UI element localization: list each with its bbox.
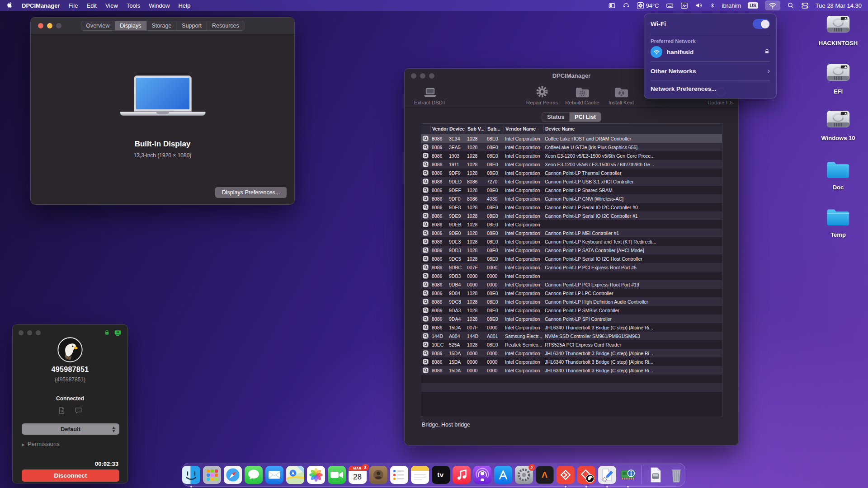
pci-table-row[interactable]: 80863E34102808E0Intel CorporationCoffee … [421,134,722,143]
row-inspect-button[interactable] [421,213,430,219]
row-inspect-button[interactable] [421,273,430,279]
dock-safari-icon[interactable] [224,466,242,484]
pci-table-row[interactable]: 80869DA3102808E0Intel CorporationCannon … [421,306,722,314]
row-inspect-button[interactable] [421,178,430,184]
dock-dpcimanager-icon[interactable] [619,466,637,484]
row-inspect-button[interactable] [421,324,430,330]
dock-kext-utility-icon[interactable] [598,466,616,484]
dock-trash-icon[interactable] [667,466,685,484]
row-inspect-button[interactable] [421,136,430,141]
row-inspect-button[interactable] [421,350,430,356]
pci-table-row[interactable]: 80869DEB102808E0Intel Corporation [421,220,722,229]
dock-facetime-icon[interactable] [328,466,346,484]
pci-table-row[interactable]: 808615DA007F0000Intel CorporationJHL6340… [421,323,722,332]
desktop-icon-temp[interactable]: Temp [811,207,865,238]
tab-overview[interactable]: Overview [81,21,115,30]
view-tab-status[interactable]: Status [542,113,570,122]
pci-table-row[interactable]: 80869DF9102808E0Intel CorporationCannon … [421,169,722,177]
spotlight-icon[interactable] [787,2,794,9]
column-header[interactable]: Vendor Name [504,126,543,132]
keyboard-icon[interactable] [666,2,674,9]
displays-preferences-button[interactable]: Displays Preferences... [215,187,287,198]
desktop-icon-windows-10[interactable]: Windows 10 [811,110,865,141]
row-inspect-button[interactable] [421,196,430,202]
pci-table-row[interactable]: 80869DC8102808E0Intel CorporationCannon … [421,297,722,306]
menu-view[interactable]: View [105,2,118,9]
toolbar-install-button[interactable]: Install Kext [604,82,639,105]
dock-tv-icon[interactable]: tv [432,466,450,484]
wifi-toggle[interactable] [753,19,770,29]
menu-edit[interactable]: Edit [86,2,96,9]
pci-table-row[interactable]: 80869DB400000000Intel CorporationCannon … [421,280,722,289]
column-header[interactable]: Sub... [486,126,504,132]
pci-table-row[interactable]: 80869D84102808E0Intel CorporationCannon … [421,289,722,297]
close-button[interactable] [19,330,24,335]
dock-opencore-configurator-icon[interactable]: Λ [536,466,554,484]
pci-table-row[interactable]: 808615DA00000000Intel CorporationJHL6340… [421,357,722,366]
dock-calendar-icon[interactable]: MAR283 [349,466,367,484]
row-inspect-button[interactable] [421,359,430,365]
pci-table-row[interactable]: 80869DD3102808E0Intel CorporationCannon … [421,246,722,254]
minimize-button[interactable] [47,23,52,28]
minimize-button[interactable] [27,330,32,335]
toolbar-repair-button[interactable]: Repair Perms [523,82,561,105]
pci-table-row[interactable]: 808615DA00000000Intel CorporationJHL6340… [421,349,722,357]
toolbar-rebuild-button[interactable]: Rebuild Cache [561,82,604,105]
pci-table-row[interactable]: 80863EA5102808E0Intel CorporationCoffeeL… [421,143,722,151]
column-header[interactable]: Sub V... [466,126,486,132]
row-inspect-button[interactable] [421,290,430,296]
dock-reminders-icon[interactable] [390,466,408,484]
apple-menu-icon[interactable] [6,1,13,9]
pci-table-row[interactable]: 80869DB300000000Intel Corporation [421,272,722,280]
tab-resources[interactable]: Resources [207,21,244,30]
dock-system-preferences-icon[interactable]: 2 [515,466,533,484]
menu-bar-clock[interactable]: Tue 28 Mar 14.30 [816,2,862,9]
dock-app-store-icon[interactable] [494,466,512,484]
row-inspect-button[interactable] [421,144,430,150]
control-center-icon[interactable] [801,2,809,9]
other-networks-item[interactable]: Other Networks › [644,64,776,78]
row-inspect-button[interactable] [421,282,430,287]
dock-notes-icon[interactable] [411,466,429,484]
zoom-button[interactable] [36,330,41,335]
menu-tools[interactable]: Tools [127,2,140,9]
dock-maps-icon[interactable] [286,466,304,484]
pci-table-row[interactable]: 80869DED80867270Intel CorporationCannon … [421,177,722,186]
toolbar-extract-button[interactable]: Extract DSDT [409,82,451,105]
wifi-icon[interactable] [765,0,780,10]
pci-table-row[interactable]: 80869DEF102808E0Intel CorporationCannon … [421,186,722,194]
row-inspect-button[interactable] [421,170,430,176]
pci-table-row[interactable]: 80869DF080864030Intel CorporationCannon … [421,194,722,203]
row-inspect-button[interactable] [421,333,430,339]
pci-table-row[interactable]: 80869DE9102808E0Intel CorporationCannon … [421,211,722,220]
pci-table-row[interactable]: 80861911102808E0Intel CorporationXeon E3… [421,160,722,169]
pci-table-row[interactable]: 80869DA4102808E0Intel CorporationCannon … [421,314,722,323]
menu-help[interactable]: Help [178,2,190,9]
pci-table-row[interactable]: 80869DBC007F0000Intel CorporationCannon … [421,263,722,272]
disconnect-button[interactable]: Disconnect [22,469,119,482]
row-inspect-button[interactable] [421,256,430,262]
dock-messages-icon[interactable] [245,466,263,484]
headphones-icon[interactable] [623,2,630,9]
pci-table-row[interactable]: 10EC525A102808E0Realtek Semico...RTS525A… [421,340,722,349]
username[interactable]: ibrahim [722,2,741,9]
row-inspect-button[interactable] [421,367,430,373]
row-inspect-button[interactable] [421,342,430,347]
row-inspect-button[interactable] [421,204,430,210]
row-inspect-button[interactable] [421,239,430,244]
dock-disk-image-icon[interactable] [646,466,665,484]
column-header[interactable]: Vendor [430,126,448,132]
row-inspect-button[interactable] [421,230,430,236]
menu-file[interactable]: File [69,2,78,9]
input-source-badge[interactable]: US [748,2,758,9]
close-button[interactable] [38,23,43,28]
pci-table-row[interactable]: 80869DE3102808E0Intel CorporationCannon … [421,237,722,246]
volume-icon[interactable] [695,1,703,9]
permission-profile-select[interactable]: Default ▲▼ [22,423,119,435]
desktop-icon-hackintosh[interactable]: HACKINTOSH [811,15,865,47]
row-inspect-button[interactable] [421,187,430,193]
app-menu-title[interactable]: DPCIManager [22,2,60,9]
network-preferences-item[interactable]: Network Preferences... [644,82,776,95]
desktop-icon-doc[interactable]: Doc [811,160,865,191]
view-tab-pci-list[interactable]: PCI List [570,113,601,122]
